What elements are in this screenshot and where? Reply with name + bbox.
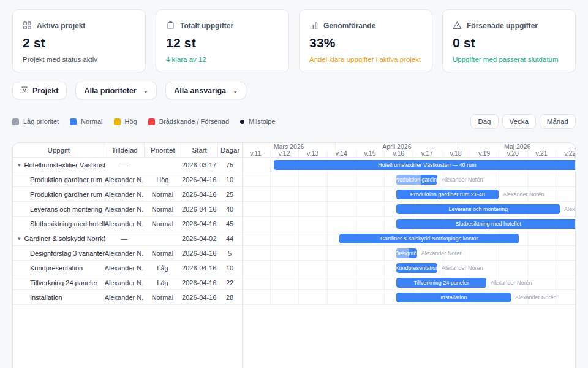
week-label: v.16 bbox=[384, 150, 413, 158]
urgent-priority-swatch bbox=[148, 118, 155, 125]
table-row[interactable]: ▾Gardiner & solskydd Norrkö...—2026-04-0… bbox=[13, 231, 242, 246]
table-row[interactable]: Designförslag 3 varianterAlexander N...N… bbox=[13, 246, 242, 261]
card-subtitle: 4 klara av 12 bbox=[166, 56, 279, 63]
bar-assignee-label: Alexander Norén bbox=[491, 278, 532, 288]
legend-item-high: Hög bbox=[114, 118, 137, 125]
priority-cell: Normal bbox=[144, 294, 181, 301]
assignee-cell: Alexander N... bbox=[105, 220, 145, 228]
task-bar[interactable]: Designför bbox=[396, 248, 417, 258]
view-month-button[interactable]: Månad bbox=[540, 114, 576, 129]
days-cell: 75 bbox=[217, 161, 242, 169]
start-date-cell: 2026-04-16 bbox=[181, 250, 217, 257]
bar-label: Produktion gardiner rum 21-40 bbox=[407, 191, 488, 197]
row-separator bbox=[243, 304, 575, 305]
project-dashboard: Aktiva projekt 2 st Projekt med status a… bbox=[0, 9, 588, 368]
gantt-panel: Uppgift Tilldelad Prioritet Start Dagar … bbox=[12, 142, 576, 368]
project-bar[interactable]: Hotellrumstextilier Västkusten — 40 rum bbox=[274, 160, 575, 170]
collapse-caret-icon[interactable]: ▾ bbox=[18, 162, 21, 168]
month-header: Mars 2026April 2026Maj 2026 bbox=[243, 143, 575, 150]
priority-filter-value: Alla prioriteter bbox=[84, 86, 136, 95]
card-subtitle: Projekt med status aktiv bbox=[23, 56, 135, 63]
week-label: v.12 bbox=[270, 150, 299, 158]
table-row[interactable]: Leverans och monteringAlexander N...Norm… bbox=[13, 202, 242, 217]
stat-card-total-tasks: Totalt uppgifter 12 st 4 klara av 12 bbox=[156, 9, 289, 72]
task-bar[interactable]: Produktion gardiner rum 21-40 bbox=[396, 190, 499, 199]
table-row[interactable]: Produktion gardiner rum ...Alexander N..… bbox=[13, 172, 242, 187]
task-name: Tillverkning 24 paneler bbox=[30, 279, 97, 286]
task-rows: ▾Hotellrumstextilier Västkust...—2026-03… bbox=[13, 158, 242, 305]
view-day-button[interactable]: Dag bbox=[470, 114, 498, 129]
task-bar[interactable]: Produktion gardine bbox=[396, 175, 437, 185]
task-bar[interactable]: Installation bbox=[396, 293, 511, 302]
assignee-cell: — bbox=[105, 161, 145, 169]
project-bar[interactable]: Gardiner & solskydd Norrköpings kontor bbox=[339, 234, 519, 243]
row-separator bbox=[243, 231, 575, 231]
assignee-filter-dropdown[interactable]: Alla ansvariga ⌄ bbox=[165, 82, 246, 99]
task-name-cell: ▾Hotellrumstextilier Västkust... bbox=[13, 161, 105, 169]
gantt-timeline: Mars 2026April 2026Maj 2026 v.11v.12v.13… bbox=[243, 143, 575, 368]
days-cell: 22 bbox=[217, 279, 242, 286]
priority-cell: Normal bbox=[144, 191, 181, 198]
table-row[interactable]: KundpresentationAlexander N...Låg2026-04… bbox=[13, 261, 242, 275]
row-separator bbox=[243, 275, 575, 275]
task-bar[interactable]: Tillverkning 24 paneler bbox=[396, 278, 486, 288]
week-header: v.11v.12v.13v.14v.15v.16v.17v.18v.19v.20… bbox=[243, 150, 575, 158]
start-date-cell: 2026-04-16 bbox=[181, 279, 217, 286]
week-label: v.21 bbox=[527, 150, 556, 158]
start-date-cell: 2026-04-16 bbox=[181, 205, 217, 213]
card-subtitle: Uppgifter med passerat slutdatum bbox=[453, 56, 565, 63]
task-bar[interactable]: Leverans och montering bbox=[396, 204, 560, 214]
priority-filter-dropdown[interactable]: Alla prioriteter ⌄ bbox=[75, 82, 157, 99]
days-cell: 5 bbox=[217, 250, 242, 257]
week-label: v.15 bbox=[356, 150, 385, 158]
project-filter-button[interactable]: Projekt bbox=[12, 82, 67, 99]
row-separator bbox=[243, 201, 575, 202]
task-name-cell: Tillverkning 24 paneler bbox=[13, 279, 105, 286]
bar-assignee-label: Alexander Norén bbox=[442, 175, 483, 185]
start-date-cell: 2026-04-16 bbox=[181, 264, 217, 272]
task-name: Installation bbox=[30, 294, 62, 301]
priority-cell: Hög bbox=[144, 176, 181, 183]
task-name-cell: Produktion gardiner rum ... bbox=[13, 191, 105, 198]
assignee-cell: Alexander N... bbox=[105, 191, 145, 198]
start-date-cell: 2026-04-02 bbox=[181, 235, 217, 242]
bar-label: Designför bbox=[396, 250, 417, 256]
warning-icon bbox=[453, 21, 462, 30]
week-label: v.11 bbox=[243, 150, 270, 158]
priority-cell: Normal bbox=[144, 220, 181, 228]
assignee-cell: — bbox=[105, 235, 145, 242]
task-bar[interactable]: Kundpresentation bbox=[396, 263, 437, 273]
assignee-cell: Alexander N... bbox=[105, 279, 145, 286]
filter-bar: Projekt Alla prioriteter ⌄ Alla ansvarig… bbox=[12, 82, 576, 99]
bar-label: Slutbesiktning med hotellet bbox=[453, 221, 525, 227]
week-label: v.17 bbox=[413, 150, 442, 158]
view-week-button[interactable]: Vecka bbox=[502, 114, 536, 129]
priority-cell: Normal bbox=[144, 250, 181, 257]
start-date-cell: 2026-03-17 bbox=[181, 161, 217, 169]
task-bar[interactable]: Slutbesiktning med hotellet bbox=[396, 219, 575, 229]
table-row[interactable]: ▾Hotellrumstextilier Västkust...—2026-03… bbox=[13, 158, 242, 172]
header-tilldelad: Tilldelad bbox=[105, 143, 145, 157]
task-name-cell: Kundpresentation bbox=[13, 264, 105, 272]
stat-card-overdue-tasks: Försenade uppgifter 0 st Uppgifter med p… bbox=[442, 9, 576, 72]
task-name-cell: Designförslag 3 varianter bbox=[13, 250, 105, 257]
table-row[interactable]: InstallationAlexander N...Normal2026-04-… bbox=[13, 290, 242, 305]
normal-priority-swatch bbox=[70, 118, 77, 125]
assignee-cell: Alexander N... bbox=[105, 205, 145, 213]
grid-icon bbox=[23, 21, 32, 30]
task-name: Leverans och montering bbox=[30, 205, 102, 213]
legend-item-normal: Normal bbox=[70, 118, 102, 125]
days-cell: 44 bbox=[217, 235, 242, 242]
task-name: Produktion gardiner rum ... bbox=[30, 176, 105, 183]
table-row[interactable]: Produktion gardiner rum ...Alexander N..… bbox=[13, 187, 242, 202]
bar-assignee-label: Alexander Norén bbox=[421, 248, 463, 258]
week-gridline bbox=[298, 150, 299, 305]
project-filter-label: Projekt bbox=[32, 86, 58, 95]
days-cell: 10 bbox=[217, 264, 242, 272]
legend-bar: Låg prioritet Normal Hög Brådskande / Fö… bbox=[12, 114, 576, 129]
table-row[interactable]: Tillverkning 24 panelerAlexander N...Låg… bbox=[13, 275, 242, 290]
collapse-caret-icon[interactable]: ▾ bbox=[18, 236, 21, 242]
task-name: Produktion gardiner rum ... bbox=[30, 191, 105, 198]
card-subtitle: Andel klara uppgifter i aktiva projekt bbox=[309, 56, 422, 63]
table-row[interactable]: Slutbesiktning med hotell...Alexander N.… bbox=[13, 217, 242, 231]
